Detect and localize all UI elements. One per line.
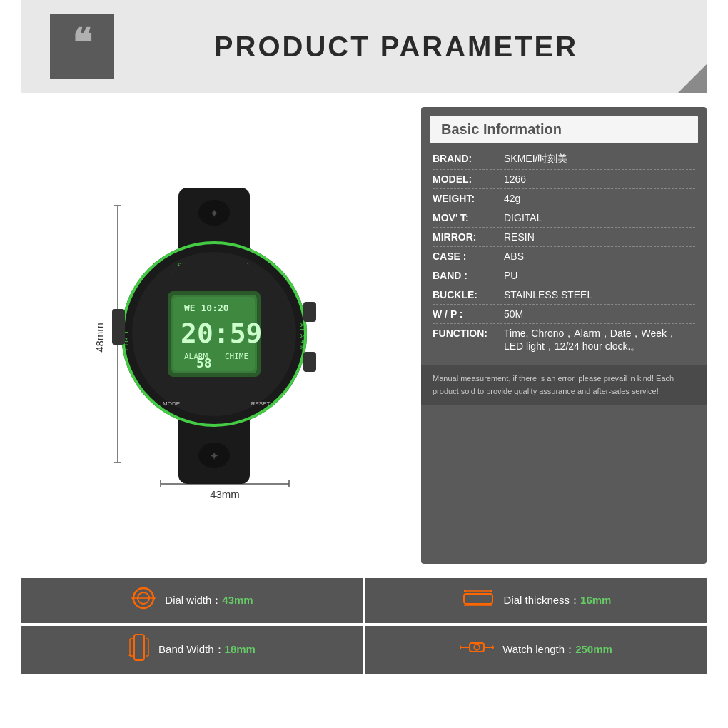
info-val: PU [504,270,695,281]
svg-marker-37 [131,596,133,600]
quote-icon: ❝ [72,24,92,61]
info-row: W / P :50M [433,305,695,324]
watch-area: 48mm 43mm ✦ ✦ [21,107,407,564]
dial-width-icon [131,585,156,616]
info-row: MOV' T:DIGITAL [433,208,695,228]
svg-text:WE 10:20: WE 10:20 [184,303,229,313]
info-row: MODEL:1266 [433,170,695,189]
spec-watch-length: Watch length：250mm [365,626,707,674]
svg-rect-23 [112,309,125,345]
info-val: DIGITAL [504,212,695,223]
info-footer: Manual measurement, if there is an error… [421,365,707,405]
svg-marker-42 [490,590,492,592]
info-key: BAND : [433,270,504,281]
svg-text:MODE: MODE [163,400,180,407]
info-val: 42g [504,193,695,204]
dial-width-label: Dial width：43mm [165,594,253,607]
info-row: CASE :ABS [433,247,695,266]
info-key: MIRROR: [433,231,504,243]
dial-thickness-icon [461,588,495,613]
band-width-label: Band Width：18mm [158,643,256,657]
info-val: STAINLESS STEEL [504,289,695,300]
quote-box: ❝ [50,14,114,79]
svg-marker-51 [128,639,131,640]
basic-info-header: Basic Information [430,116,698,143]
svg-text:20:59: 20:59 [181,318,262,349]
spec-row-1: Dial width：43mm Dial thickness：16mm [21,578,707,623]
dial-thickness-label: Dial thickness：16mm [504,594,612,607]
spec-band-width: Band Width：18mm [21,626,363,674]
info-row: WEIGHT:42g [433,189,695,208]
info-key: MODEL: [433,173,504,185]
band-width-icon [128,633,150,667]
info-row: BRAND:SKMEI/时刻美 [433,149,695,170]
info-val: SKMEI/时刻美 [504,153,695,166]
info-key: FUNCTION: [433,328,504,339]
info-key: W / P : [433,308,504,320]
info-key: BUCKLE: [433,289,504,300]
svg-text:58: 58 [196,355,212,370]
svg-point-54 [474,644,480,650]
svg-text:48mm: 48mm [93,323,106,353]
info-row: BAND :PU [433,266,695,285]
svg-rect-22 [303,352,316,372]
watch-length-label: Watch length：250mm [502,643,612,657]
svg-marker-41 [464,590,467,592]
svg-rect-44 [134,635,144,660]
svg-text:RESET: RESET [251,400,271,407]
info-panel: Basic Information BRAND:SKMEI/时刻美MODEL:1… [421,107,707,564]
svg-text:ALARM: ALARM [298,323,305,352]
info-val: 1266 [504,173,695,185]
watch-image: 48mm 43mm ✦ ✦ [79,148,350,522]
info-row: MIRROR:RESIN [433,228,695,247]
header: ❝ PRODUCT PARAMETER [21,0,707,93]
basic-info-title: Basic Information [441,121,687,138]
svg-text:✦: ✦ [210,450,218,462]
info-row: BUCKLE:STAINLESS STEEL [433,285,695,305]
svg-text:43mm: 43mm [210,488,240,500]
svg-rect-39 [464,594,492,604]
bottom-specs: Dial width：43mm Dial thickness：16mm [0,578,728,681]
info-val: RESIN [504,231,695,243]
svg-text:✦: ✦ [210,208,218,219]
svg-rect-21 [303,302,316,322]
info-val: 50M [504,308,695,320]
svg-marker-38 [153,596,156,600]
info-key: WEIGHT: [433,193,504,204]
info-table: BRAND:SKMEI/时刻美MODEL:1266WEIGHT:42gMOV' … [421,143,707,363]
page-title: PRODUCT PARAMETER [114,31,678,63]
spec-row-2: Band Width：18mm Watch length：250mm [21,626,707,674]
info-key: CASE : [433,251,504,262]
info-row: FUNCTION:Time, Chrono，Alarm，Date，Week，LE… [433,324,695,357]
info-key: BRAND: [433,153,504,164]
info-val: Time, Chrono，Alarm，Date，Week，LED light，1… [504,328,695,353]
footer-text: Manual measurement, if there is an error… [433,373,695,398]
spec-dial-thickness: Dial thickness：16mm [365,578,707,623]
info-val: ABS [504,251,695,262]
svg-text:CHIME: CHIME [225,352,248,361]
spec-dial-width: Dial width：43mm [21,578,363,623]
corner-decoration [678,64,707,93]
svg-marker-52 [128,654,131,656]
main-content: 48mm 43mm ✦ ✦ [0,93,728,578]
svg-marker-57 [460,645,461,649]
info-key: MOV' T: [433,212,504,223]
watch-length-icon [460,636,494,664]
svg-marker-58 [492,645,494,649]
